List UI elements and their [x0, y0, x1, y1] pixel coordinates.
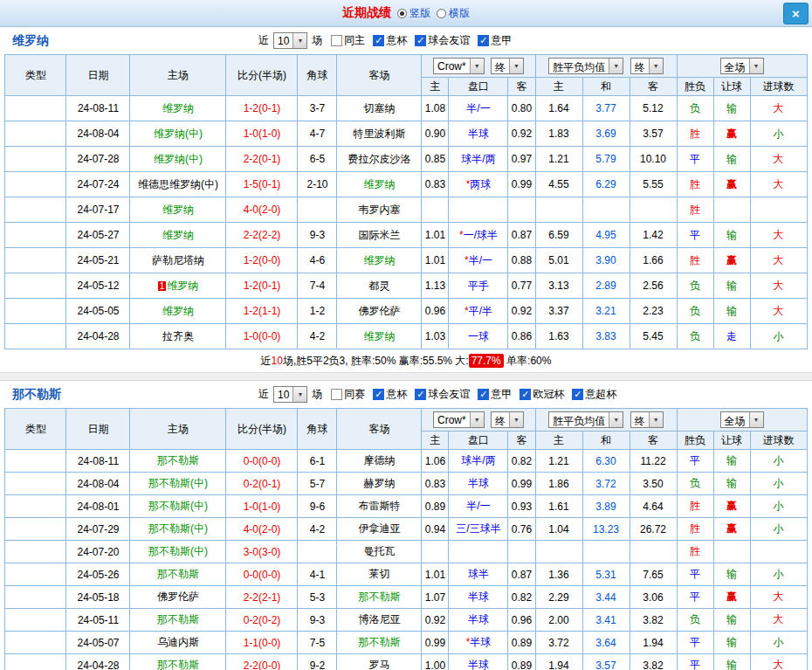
filter-checkbox[interactable]: 意甲	[478, 33, 512, 48]
match-row: 球会友谊24-07-17维罗纳4-0(2-0)韦罗内塞胜	[5, 197, 807, 223]
cell-result: 胜	[677, 248, 713, 273]
checkbox-unchecked-icon[interactable]	[331, 389, 342, 400]
checkbox-checked-icon[interactable]	[478, 35, 489, 46]
match-row: 球会友谊24-07-20那不勒斯(中)3-0(3-0)曼托瓦胜	[5, 541, 807, 563]
cell-odds-line: 半球	[449, 473, 508, 495]
cell-score: 4-0(2-0)	[226, 518, 298, 541]
match-row: 意杯24-08-11那不勒斯0-0(0-0)6-1摩德纳1.06球半/两0.82…	[5, 450, 807, 473]
scope-select[interactable]: 全场 ▼	[720, 411, 764, 428]
col-avg-away: 客	[630, 432, 677, 450]
select-value: 胜平负均值	[549, 59, 609, 73]
select-value: 全场	[721, 59, 749, 73]
odds-time-select[interactable]: 终 ▼	[491, 411, 524, 428]
odds-time-select[interactable]: 终 ▼	[491, 58, 524, 74]
cell-away: 那不勒斯	[337, 632, 422, 654]
match-row: 球会友谊24-07-24维德思维罗纳(中)1-5(0-1)2-10维罗纳0.83…	[5, 172, 807, 197]
cell-corner: 4-7	[298, 121, 337, 147]
cell-date: 24-05-18	[66, 586, 130, 609]
radio-selected-icon[interactable]	[397, 9, 407, 18]
col-goals: 进球数	[750, 432, 807, 450]
cell-odds-home: 0.90	[422, 121, 449, 147]
cell-corner: 2-10	[298, 172, 337, 197]
cell-avg-home: 1.21	[535, 450, 582, 473]
cell-score: 1-0(1-0)	[226, 121, 298, 147]
avg-time-select[interactable]: 终 ▼	[630, 411, 664, 428]
close-button[interactable]: ×	[783, 3, 809, 24]
odds-source-select[interactable]: Crow* ▼	[433, 58, 485, 74]
cell-avg-draw: 3.69	[582, 121, 630, 147]
checkbox-checked-icon[interactable]	[373, 389, 384, 400]
filter-checkbox[interactable]: 球会友谊	[415, 33, 470, 48]
cell-avg-home: 5.01	[535, 248, 582, 273]
cell-odds-away: 0.77	[508, 273, 535, 299]
filter-checkbox[interactable]: 球会友谊	[415, 387, 470, 402]
games-label: 场	[312, 33, 322, 48]
cell-home: 维罗纳	[130, 223, 226, 248]
avg-select[interactable]: 胜平负均值 ▼	[548, 411, 623, 428]
checkbox-checked-icon[interactable]	[520, 389, 531, 400]
filter-checkbox[interactable]: 意超杯	[572, 387, 616, 402]
avg-time-select[interactable]: 终 ▼	[630, 58, 664, 74]
cell-score: 2-2(0-0)	[226, 654, 298, 670]
recent-count-select[interactable]: 10 ▼	[273, 32, 307, 49]
match-row: 球会友谊24-08-04维罗纳(中)1-0(1-0)4-7特里波利斯0.90半球…	[5, 121, 807, 147]
cell-avg-away: 2.23	[630, 299, 677, 324]
filter-checkbox[interactable]: 意杯	[373, 33, 407, 48]
col-odds-home: 主	[422, 78, 449, 96]
radio-vertical-layout[interactable]: 竖版	[397, 6, 430, 21]
col-avg-home: 主	[535, 432, 582, 450]
cell-avg-away: 3.82	[630, 609, 677, 632]
cell-odds-line	[449, 197, 508, 223]
col-date: 日期	[66, 55, 130, 96]
checkbox-checked-icon[interactable]	[572, 389, 583, 400]
cell-result: 平	[677, 563, 713, 586]
radio-unselected-icon[interactable]	[437, 9, 446, 18]
filter-label: 球会友谊	[428, 33, 470, 48]
chevron-down-icon: ▼	[609, 59, 623, 73]
cell-type: 球会友谊	[5, 121, 66, 147]
filter-checkbox[interactable]: 同赛	[331, 387, 365, 402]
cell-score: 0-0(0-0)	[226, 563, 298, 586]
cell-score: 1-0(1-0)	[226, 495, 298, 518]
team-name: 那不勒斯	[0, 387, 258, 403]
recent-count-select[interactable]: 10 ▼	[273, 386, 307, 403]
cell-type: 意甲	[5, 299, 66, 324]
filter-checkbox[interactable]: 意甲	[478, 387, 512, 402]
scope-select[interactable]: 全场 ▼	[720, 58, 764, 74]
cell-avg-draw: 6.30	[582, 450, 630, 473]
col-goals: 进球数	[750, 78, 807, 96]
cell-avg-away: 3.06	[630, 586, 677, 609]
cell-odds-away	[508, 197, 535, 223]
cell-odds-away: 0.76	[508, 518, 535, 541]
star-marker: *	[459, 229, 464, 241]
filter-checkbox[interactable]: 欧冠杯	[520, 387, 564, 402]
checkbox-checked-icon[interactable]	[373, 35, 384, 46]
cell-handicap	[713, 541, 750, 563]
avg-select[interactable]: 胜平负均值 ▼	[548, 58, 623, 74]
odds-source-select[interactable]: Crow* ▼	[433, 411, 485, 428]
cell-avg-home: 1.64	[535, 96, 582, 121]
cell-result: 平	[677, 450, 713, 473]
select-value: 10	[274, 33, 292, 48]
cell-odds-home: 0.83	[422, 473, 449, 495]
checkbox-checked-icon[interactable]	[415, 389, 426, 400]
cell-avg-draw: 3.77	[582, 96, 630, 121]
radio-horizontal-layout[interactable]: 横版	[437, 6, 470, 21]
cell-date: 24-08-04	[66, 121, 130, 147]
filter-label: 欧冠杯	[533, 387, 564, 402]
cell-score: 1-2(0-0)	[226, 248, 298, 273]
chevron-down-icon: ▼	[470, 412, 484, 427]
cell-handicap: 输	[713, 299, 750, 324]
checkbox-checked-icon[interactable]	[415, 35, 426, 46]
summary-part: 近	[261, 355, 272, 367]
cell-odds-away: 0.87	[508, 563, 535, 586]
cell-date: 24-05-26	[66, 563, 130, 586]
checkbox-unchecked-icon[interactable]	[331, 35, 342, 46]
checkbox-checked-icon[interactable]	[478, 389, 489, 400]
filter-checkbox[interactable]: 意杯	[373, 387, 407, 402]
filter-checkbox[interactable]: 同主	[331, 33, 365, 48]
cell-corner: 4-6	[298, 248, 337, 273]
cell-home: 那不勒斯	[130, 563, 226, 586]
summary-part: 77.7%	[469, 354, 504, 368]
chevron-down-icon: ▼	[749, 412, 763, 427]
